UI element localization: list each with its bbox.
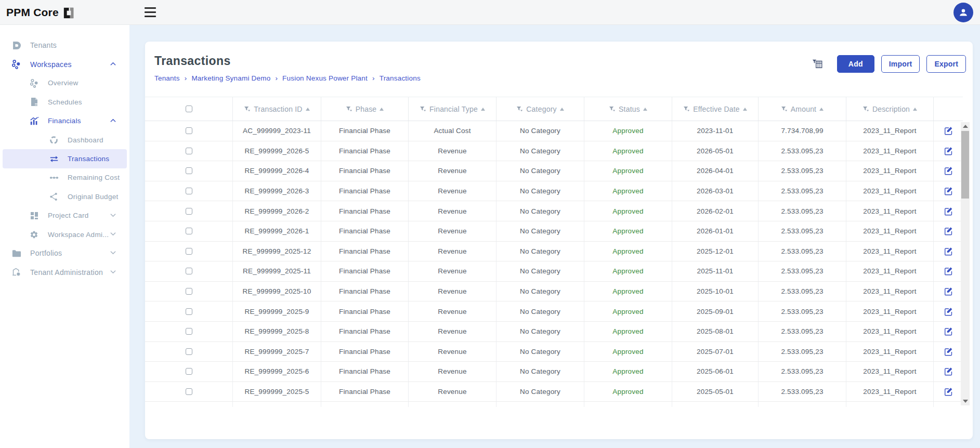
- cell-description: 2023_11_Report: [846, 201, 933, 221]
- edit-icon: [944, 147, 953, 155]
- sidebar: Tenants Workspaces Overview: [0, 25, 129, 448]
- cell-phase: Financial Phase: [321, 221, 408, 241]
- column-header-effective-date[interactable]: Effective Date: [672, 97, 758, 121]
- row-checkbox[interactable]: [186, 127, 192, 134]
- breadcrumb-separator: ›: [185, 74, 187, 82]
- edit-row-button[interactable]: [933, 161, 963, 181]
- edit-row-button[interactable]: [933, 382, 963, 402]
- workspaces-icon: [11, 59, 21, 69]
- row-select-cell: [145, 301, 232, 321]
- sort-icon: [819, 108, 824, 111]
- sidebar-item-transactions[interactable]: Transactions: [3, 149, 127, 168]
- edit-row-button[interactable]: [933, 181, 963, 201]
- row-checkbox[interactable]: [186, 268, 192, 274]
- row-checkbox[interactable]: [186, 188, 192, 194]
- edit-row-button[interactable]: [933, 121, 963, 141]
- sidebar-item-dashboard[interactable]: Dashboard: [0, 130, 129, 149]
- row-checkbox[interactable]: [186, 228, 192, 234]
- transactions-table: Transaction ID Phase Financial Type Cate…: [145, 97, 963, 407]
- breadcrumb-tenants[interactable]: Tenants: [154, 74, 180, 82]
- cell-financial-type: Revenue: [408, 362, 496, 381]
- edit-row-button[interactable]: [933, 261, 963, 281]
- cell-category: No Category: [496, 242, 584, 261]
- sidebar-item-remaining-cost[interactable]: Remaining Cost: [0, 168, 129, 187]
- row-checkbox[interactable]: [186, 348, 192, 355]
- export-button[interactable]: Export: [926, 55, 966, 73]
- cell-financial-type: Revenue: [408, 301, 496, 321]
- scroll-up-icon[interactable]: [961, 122, 970, 130]
- column-header-status[interactable]: Status: [584, 97, 672, 121]
- cell-effective-date: 2026-04-01: [672, 161, 758, 181]
- edit-row-button[interactable]: [933, 221, 963, 241]
- column-header-description[interactable]: Description: [846, 97, 933, 121]
- cell-transaction-id: RE_999999_2026-5: [232, 141, 321, 161]
- cell-transaction-id: RE_999999_2026-4: [232, 161, 321, 181]
- edit-row-button[interactable]: [933, 362, 963, 381]
- cell-description: 2023_11_Report: [846, 221, 933, 241]
- column-header-transaction-id[interactable]: Transaction ID: [232, 97, 321, 121]
- cell-phase: Financial Phase: [321, 322, 408, 341]
- edit-icon: [944, 207, 953, 216]
- cell-category: No Category: [496, 282, 584, 301]
- column-header-financial-type[interactable]: Financial Type: [408, 97, 496, 121]
- breadcrumb-workspace[interactable]: Marketing Synami Demo: [191, 74, 270, 82]
- column-header-category[interactable]: Category: [496, 97, 584, 121]
- import-button[interactable]: Import: [881, 55, 920, 73]
- sidebar-item-tenant-administration[interactable]: Tenant Administration: [0, 263, 129, 282]
- cell-transaction-id: RE_999999_2026-3: [232, 181, 321, 201]
- edit-row-button[interactable]: [933, 322, 963, 341]
- cell-amount: 2.533.095,23: [758, 342, 846, 362]
- row-checkbox[interactable]: [186, 148, 192, 154]
- add-button[interactable]: Add: [837, 55, 874, 73]
- breadcrumb-current[interactable]: Transactions: [380, 74, 421, 82]
- sidebar-item-project-card[interactable]: Project Card: [0, 206, 129, 225]
- row-checkbox[interactable]: [186, 328, 192, 335]
- select-all-checkbox[interactable]: [186, 106, 192, 112]
- sort-icon: [481, 108, 485, 111]
- row-checkbox[interactable]: [186, 288, 192, 295]
- row-checkbox[interactable]: [186, 308, 192, 315]
- sidebar-item-original-budget[interactable]: Original Budget: [0, 187, 129, 206]
- edit-row-button[interactable]: [933, 141, 963, 161]
- edit-row-button[interactable]: [933, 342, 963, 362]
- cell-phase: Financial Phase: [321, 161, 408, 181]
- cell-amount: 2.533.095,23: [758, 382, 846, 402]
- sidebar-item-tenants[interactable]: Tenants: [0, 36, 129, 55]
- user-avatar-icon[interactable]: [953, 3, 973, 22]
- cell-amount: 2.533.095,23: [758, 201, 846, 221]
- vertical-scrollbar[interactable]: [961, 122, 970, 405]
- cell-category: No Category: [496, 322, 584, 341]
- sidebar-item-overview[interactable]: Overview: [0, 74, 129, 93]
- cell-amount: 7.734.708,99: [758, 121, 846, 141]
- column-header-phase[interactable]: Phase: [321, 97, 408, 121]
- sidebar-item-workspace-admin[interactable]: Workspace Admi...: [0, 225, 129, 244]
- scroll-down-icon[interactable]: [961, 397, 970, 405]
- scrollbar-thumb[interactable]: [961, 131, 969, 199]
- edit-row-button[interactable]: [933, 301, 963, 321]
- row-checkbox[interactable]: [186, 388, 192, 395]
- cell-category: No Category: [496, 301, 584, 321]
- menu-icon[interactable]: [145, 7, 156, 17]
- brand-d-icon: [62, 6, 76, 20]
- edit-row-button[interactable]: [933, 282, 963, 301]
- edit-row-button[interactable]: [933, 201, 963, 221]
- column-chooser-icon[interactable]: [812, 58, 823, 70]
- cell-effective-date: 2026-03-01: [672, 181, 758, 201]
- edit-row-button[interactable]: [933, 242, 963, 261]
- row-checkbox[interactable]: [186, 208, 192, 215]
- chevron-up-icon: [110, 118, 116, 123]
- breadcrumb-project[interactable]: Fusion Nexus Power Plant: [282, 74, 368, 82]
- sidebar-item-workspaces[interactable]: Workspaces: [0, 55, 129, 73]
- cell-financial-type: Revenue: [408, 261, 496, 281]
- cell-amount: 2.533.095,23: [758, 362, 846, 381]
- sidebar-item-financials[interactable]: Financials: [0, 112, 129, 130]
- column-header-amount[interactable]: Amount: [758, 97, 846, 121]
- row-checkbox[interactable]: [186, 368, 192, 375]
- row-checkbox[interactable]: [186, 167, 192, 174]
- row-checkbox[interactable]: [186, 248, 192, 255]
- sidebar-item-portfolios[interactable]: Portfolios: [0, 244, 129, 262]
- cell-transaction-id: RE_999999_2025-7: [232, 342, 321, 362]
- sidebar-item-schedules[interactable]: Schedules: [0, 93, 129, 111]
- cell-effective-date: 2025-05-01: [672, 382, 758, 402]
- cell-transaction-id: RE_999999_2026-1: [232, 221, 321, 241]
